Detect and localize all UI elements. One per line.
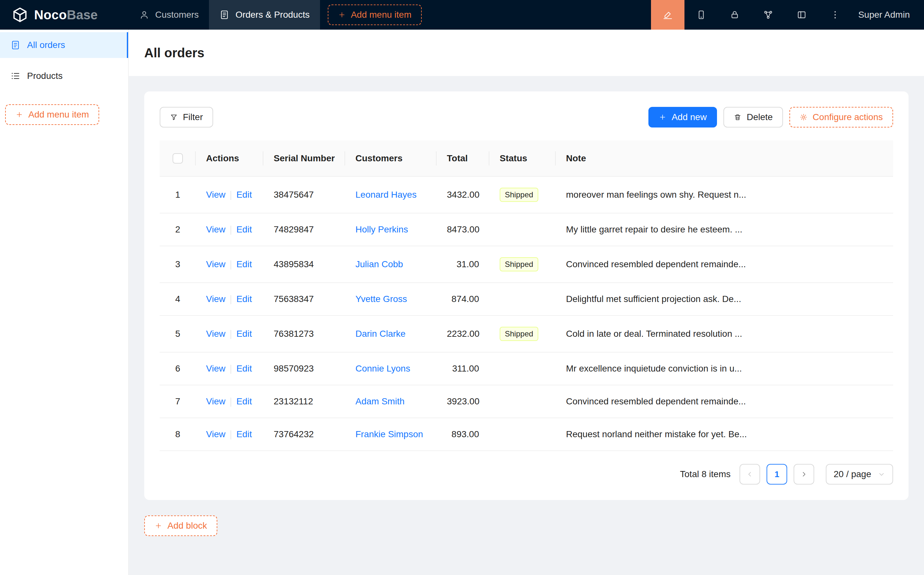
action-divider — [230, 260, 231, 270]
serial-cell: 73764232 — [264, 418, 345, 451]
nav-tab-label: Customers — [155, 10, 198, 20]
customer-link[interactable]: Frankie Simpson — [356, 429, 423, 439]
share-nodes-icon — [763, 10, 773, 20]
actions-cell: ViewEdit — [196, 316, 264, 352]
share-nodes-button[interactable] — [751, 0, 785, 30]
add-block-label: Add block — [167, 521, 207, 531]
nav-tab-customers[interactable]: Customers — [129, 0, 209, 30]
table-row: 5 ViewEdit 76381273 Darin Clarke 2232.00… — [160, 316, 893, 352]
table-row: 6 ViewEdit 98570923 Connie Lyons 311.00 … — [160, 352, 893, 385]
sidebar-item-products[interactable]: Products — [0, 63, 128, 89]
page-title: All orders — [144, 46, 205, 60]
actions-cell: ViewEdit — [196, 283, 264, 316]
view-link[interactable]: View — [206, 190, 225, 200]
view-link[interactable]: View — [206, 329, 225, 339]
filter-icon — [170, 113, 178, 121]
customer-link[interactable]: Holly Perkins — [356, 224, 408, 234]
edit-link[interactable]: Edit — [236, 396, 252, 406]
view-link[interactable]: View — [206, 224, 225, 234]
edit-link[interactable]: Edit — [236, 429, 252, 439]
total-cell: 31.00 — [437, 246, 489, 283]
action-divider — [230, 330, 231, 339]
sidebar-item-all-orders[interactable]: All orders — [0, 32, 128, 58]
customer-link[interactable]: Leonard Hayes — [356, 190, 417, 200]
status-tag: Shipped — [500, 188, 538, 202]
customer-cell: Darin Clarke — [345, 316, 437, 352]
edit-link[interactable]: Edit — [236, 190, 252, 200]
customer-link[interactable]: Darin Clarke — [356, 329, 406, 339]
user-icon — [139, 10, 149, 20]
sidebar: All orders Products Add menu item — [0, 30, 129, 575]
customer-link[interactable]: Connie Lyons — [356, 364, 410, 373]
edit-link[interactable]: Edit — [236, 259, 252, 269]
cube-logo-icon — [11, 6, 29, 23]
page-size-value: 20 / page — [834, 469, 871, 480]
serial-cell: 76381273 — [264, 316, 345, 352]
plus-icon — [659, 113, 667, 121]
note-cell: Mr excellence inquietude conviction is i… — [556, 352, 893, 385]
pagination-prev-button[interactable] — [740, 464, 760, 484]
actions-cell: ViewEdit — [196, 213, 264, 246]
add-menu-item-button-sidebar[interactable]: Add menu item — [5, 104, 99, 125]
content-area: Filter Add new Delete — [129, 76, 924, 575]
customer-cell: Adam Smith — [345, 385, 437, 418]
view-link[interactable]: View — [206, 259, 225, 269]
view-link[interactable]: View — [206, 364, 225, 373]
table-row: 1 ViewEdit 38475647 Leonard Hayes 3432.0… — [160, 176, 893, 213]
row-index: 3 — [175, 259, 180, 269]
lock-button[interactable] — [718, 0, 751, 30]
nav-tab-label: Orders & Products — [235, 10, 310, 20]
logo-text: NocoBase — [34, 8, 98, 22]
add-block-button[interactable]: Add block — [144, 515, 218, 536]
select-all-header — [160, 140, 196, 176]
chevron-down-icon — [878, 470, 885, 478]
add-menu-item-button-header[interactable]: Add menu item — [328, 5, 422, 25]
column-header-actions: Actions — [196, 140, 264, 176]
view-link[interactable]: View — [206, 294, 225, 304]
customer-cell: Frankie Simpson — [345, 418, 437, 451]
row-index-cell: 8 — [160, 418, 196, 451]
logo[interactable]: NocoBase — [0, 0, 129, 30]
customer-link[interactable]: Yvette Gross — [356, 294, 407, 304]
more-icon — [830, 10, 840, 20]
edit-link[interactable]: Edit — [236, 329, 252, 339]
mobile-button[interactable] — [684, 0, 718, 30]
pagination-next-button[interactable] — [794, 464, 814, 484]
row-index-cell: 4 — [160, 283, 196, 316]
filter-button[interactable]: Filter — [160, 107, 213, 127]
topbar-right: Super Admin — [651, 0, 924, 30]
note-cell: Delightful met sufficient projection ask… — [556, 283, 893, 316]
pagination: Total 8 items 1 20 / page — [160, 464, 893, 484]
lock-icon — [730, 10, 740, 20]
layout-icon — [797, 10, 807, 20]
trash-icon — [734, 113, 741, 121]
select-all-checkbox[interactable] — [173, 153, 183, 164]
page-size-select[interactable]: 20 / page — [826, 464, 893, 484]
orders-table: Configure columns Actions Serial Number — [160, 140, 893, 451]
edit-link[interactable]: Edit — [236, 294, 252, 304]
user-menu[interactable]: Super Admin — [852, 0, 924, 30]
layout-button[interactable] — [785, 0, 818, 30]
note-cell: Request norland neither mistake for yet.… — [556, 418, 893, 451]
serial-cell: 23132112 — [264, 385, 345, 418]
view-link[interactable]: View — [206, 429, 225, 439]
configure-actions-label: Configure actions — [813, 112, 883, 122]
serial-cell: 38475647 — [264, 176, 345, 213]
row-index-cell: 5 — [160, 316, 196, 352]
view-link[interactable]: View — [206, 396, 225, 406]
edit-link[interactable]: Edit — [236, 364, 252, 373]
mobile-icon — [696, 10, 706, 20]
add-new-button[interactable]: Add new — [648, 107, 717, 127]
status-cell — [489, 385, 556, 418]
configure-actions-button[interactable]: Configure actions — [789, 107, 893, 127]
more-button[interactable] — [818, 0, 852, 30]
delete-button[interactable]: Delete — [724, 107, 783, 127]
edit-link[interactable]: Edit — [236, 224, 252, 234]
ui-editor-button[interactable] — [651, 0, 684, 30]
customer-link[interactable]: Adam Smith — [356, 396, 405, 406]
actions-cell: ViewEdit — [196, 352, 264, 385]
pagination-page-button[interactable]: 1 — [767, 464, 787, 484]
orders-table-block: Filter Add new Delete — [144, 91, 908, 500]
nav-tab-orders-products[interactable]: Orders & Products — [209, 0, 320, 30]
customer-link[interactable]: Julian Cobb — [356, 259, 403, 269]
